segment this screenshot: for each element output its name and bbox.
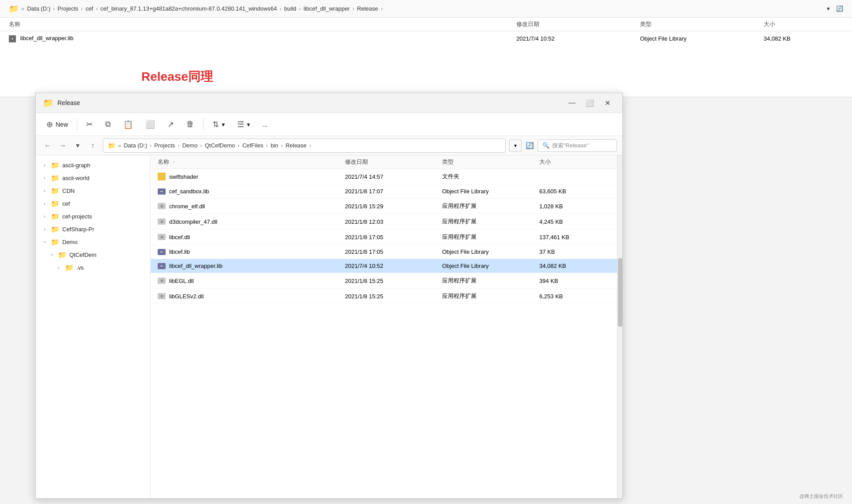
new-button[interactable]: ⊕ New	[41, 117, 73, 132]
bg-file-type: Object File Library	[640, 35, 764, 42]
bg-bc-7: Release	[357, 5, 378, 12]
window-titlebar: 📁 Release — ⬜ ✕	[36, 93, 622, 113]
file-size: 1,028 KB	[539, 203, 610, 210]
dll-icon: ⚙	[158, 218, 166, 225]
share-icon: ↗	[167, 120, 174, 129]
maximize-button[interactable]: ⬜	[582, 97, 598, 109]
nav-bar: ← → ▾ ↑ 📁 « Data (D:) › Projects › Demo …	[36, 136, 622, 155]
paste-button[interactable]: 📋	[118, 117, 138, 132]
forward-button[interactable]: →	[56, 139, 69, 152]
nav-bc-4: QtCefDemo	[205, 142, 235, 149]
sidebar-item-ascii-world[interactable]: › 📁 ascii-world	[36, 172, 150, 184]
paste-icon: 📋	[123, 120, 133, 129]
file-type: 应用程序扩展	[442, 218, 539, 226]
release-window: 📁 Release — ⬜ ✕ ⊕ New ✂ ⧉ 📋 ⬜ ↗ 🗑	[35, 93, 623, 499]
bg-breadcrumb: 📁 « Data (D:) › Projects › cef › cef_bin…	[0, 0, 852, 18]
share-button[interactable]: ↗	[162, 117, 179, 132]
copy-button[interactable]: ⧉	[100, 117, 116, 132]
file-list-header: 名称 ↑ 修改日期 类型 大小	[151, 155, 617, 169]
file-name-text: libcef.lib	[169, 248, 190, 255]
file-date: 2021/1/8 15:25	[345, 293, 442, 300]
table-row[interactable]: ▪▪ libcef.lib 2021/1/8 17:05 Object File…	[151, 245, 617, 259]
window-controls: — ⬜ ✕	[564, 97, 615, 109]
sidebar-item-cdn[interactable]: › 📁 CDN	[36, 184, 150, 197]
search-icon: 🔍	[542, 142, 549, 149]
bg-bc-2: Projects	[57, 5, 78, 12]
scrollbar-thumb[interactable]	[618, 258, 622, 327]
sidebar-item-qtcef[interactable]: › 📁 QtCefDem	[36, 248, 150, 261]
table-row[interactable]: ⚙ libGLESv2.dll 2021/1/8 15:25 应用程序扩展 6,…	[151, 289, 617, 304]
sidebar-item-demo[interactable]: › 📁 Demo	[36, 236, 150, 248]
nav-bc-7: Release	[285, 142, 307, 149]
nav-bc-6: bin	[271, 142, 278, 149]
view-button[interactable]: ☰ ▾	[232, 117, 255, 132]
sort-button[interactable]: ⇅ ▾	[207, 117, 230, 132]
file-type: Object File Library	[442, 248, 539, 255]
table-row[interactable]: ⚙ d3dcompiler_47.dll 2021/1/8 12:03 应用程序…	[151, 214, 617, 229]
up-button[interactable]: ↑	[86, 139, 99, 152]
search-box[interactable]: 🔍 搜索"Release"	[538, 139, 617, 152]
delete-button[interactable]: 🗑	[181, 117, 200, 132]
refresh-button[interactable]: 🔄	[523, 139, 536, 152]
more-button[interactable]: ...	[257, 117, 273, 132]
si-label-ascii-graph: ascii-graph	[62, 162, 145, 169]
rename-button[interactable]: ⬜	[140, 117, 160, 132]
bg-col-size: 大小	[764, 20, 843, 28]
bg-file-date: 2021/7/4 10:52	[516, 35, 640, 42]
table-row[interactable]: ⚙ libcef.dll 2021/1/8 17:05 应用程序扩展 137,4…	[151, 229, 617, 245]
file-name-cell: ⚙ d3dcompiler_47.dll	[158, 218, 345, 225]
background-explorer: 📁 « Data (D:) › Projects › cef › cef_bin…	[0, 0, 852, 97]
file-name-text: libGLESv2.dll	[169, 293, 204, 300]
lib-icon: ▪▪	[158, 188, 166, 195]
si-label-cdn: CDN	[62, 188, 145, 194]
bg-col-name: 名称	[9, 20, 516, 28]
new-icon: ⊕	[46, 120, 53, 129]
sidebar-item-ascii-graph[interactable]: › 📁 ascii-graph	[36, 159, 150, 172]
nav-bc-1: Data (D:)	[124, 142, 147, 149]
sort-arrow-icon: ↑	[173, 160, 175, 165]
si-label-cef: cef	[62, 200, 145, 207]
cut-button[interactable]: ✂	[81, 117, 98, 132]
file-date: 2021/1/8 12:03	[345, 218, 442, 225]
watermark: @稀土掘金技术社区	[799, 493, 843, 500]
sidebar-item-cef-projects[interactable]: › 📁 cef-projects	[36, 210, 150, 223]
file-name-cell: ▪▪ libcef.lib	[158, 248, 345, 255]
si-label-vs: .vs	[76, 264, 145, 271]
si-folder-icon-cefsharp: 📁	[51, 225, 60, 233]
back-button[interactable]: ←	[41, 139, 54, 152]
scrollbar[interactable]	[617, 155, 622, 498]
sidebar-item-cefsharp[interactable]: › 📁 CefSharp-Pr	[36, 223, 150, 236]
lib-icon: ▪▪	[158, 263, 166, 269]
bg-file-size: 34,082 KB	[764, 35, 843, 42]
si-folder-icon-qtcef: 📁	[58, 251, 67, 259]
table-row[interactable]: swiftshader 2021/7/4 14:57 文件夹	[151, 169, 617, 184]
minimize-button[interactable]: —	[564, 97, 580, 109]
sidebar-item-cef[interactable]: › 📁 cef	[36, 197, 150, 210]
table-row[interactable]: ⚙ libEGL.dll 2021/1/8 15:25 应用程序扩展 394 K…	[151, 273, 617, 289]
col-type: 类型	[442, 158, 539, 166]
nav-folder-icon: 📁	[108, 142, 115, 149]
si-arrow-cdn: ›	[41, 188, 48, 193]
file-name-text: swiftshader	[169, 173, 198, 180]
bg-bc-1: Data (D:)	[27, 5, 50, 12]
bg-refresh[interactable]: 🔄	[836, 5, 843, 12]
nav-bc-5: CefFiles	[242, 142, 264, 149]
table-row[interactable]: ▪▪ cef_sandbox.lib 2021/1/8 17:07 Object…	[151, 184, 617, 199]
address-dropdown-button[interactable]: ▾	[509, 139, 522, 152]
file-name-text: libcef.dll	[169, 234, 190, 241]
sidebar-item-vs[interactable]: › 📁 .vs	[36, 261, 150, 274]
dll-icon: ⚙	[158, 203, 166, 209]
si-folder-icon-vs: 📁	[65, 263, 74, 272]
si-label-qtcef: QtCefDem	[69, 252, 145, 258]
bg-bc-4: cef_binary_87.1.13+g481a82a+chromium-87.…	[100, 5, 277, 12]
bg-dropdown[interactable]: ▾	[827, 5, 830, 12]
nav-bc-2: Projects	[154, 142, 175, 149]
close-button[interactable]: ✕	[599, 97, 615, 109]
dropdown-history-button[interactable]: ▾	[71, 139, 84, 152]
address-bar[interactable]: 📁 « Data (D:) › Projects › Demo › QtCefD…	[103, 139, 506, 153]
bg-col-type: 类型	[640, 20, 764, 28]
table-row[interactable]: ▪▪ libcef_dll_wrapper.lib 2021/7/4 10:52…	[151, 259, 617, 273]
window-title: Release	[57, 99, 564, 106]
file-size: 63,605 KB	[539, 188, 610, 195]
table-row[interactable]: ⚙ chrome_elf.dll 2021/1/8 15:29 应用程序扩展 1…	[151, 199, 617, 214]
